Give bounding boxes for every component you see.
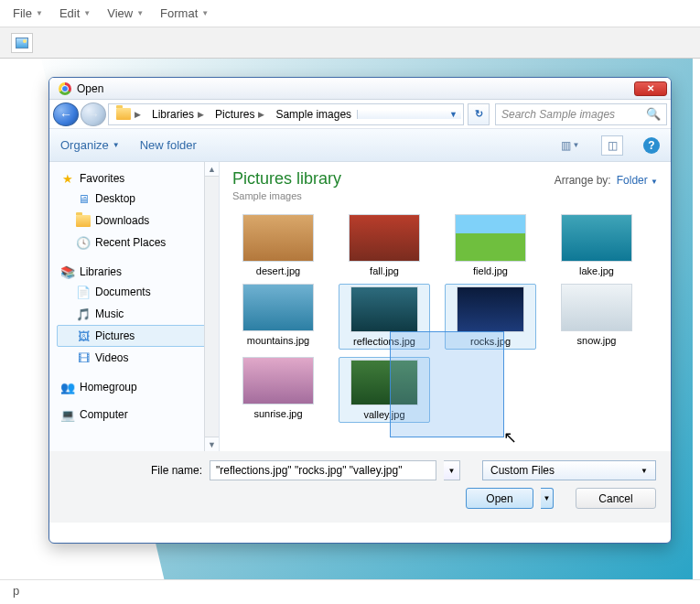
image-icon xyxy=(16,38,28,49)
scrollbar-down-icon[interactable]: ▼ xyxy=(205,437,219,451)
dialog-close-button[interactable]: ✕ xyxy=(634,81,667,96)
thumbnail-image xyxy=(561,214,632,262)
help-button[interactable]: ? xyxy=(643,137,660,154)
thumbnail-image xyxy=(349,214,420,262)
organize-button[interactable]: Organize▼ xyxy=(60,138,120,152)
library-subtitle: Sample images xyxy=(232,190,658,201)
filename-label: File name: xyxy=(151,464,202,477)
filename-input[interactable]: "reflections.jpg" "rocks.jpg" "valley.jp… xyxy=(210,460,436,480)
star-icon: ★ xyxy=(60,171,75,186)
thumbnail-label: snow.jpg xyxy=(551,335,642,346)
thumbnail-label: mountains.jpg xyxy=(232,335,324,346)
scrollbar-up-icon[interactable]: ▲ xyxy=(205,162,219,177)
thumbnail-label: sunrise.jpg xyxy=(232,408,324,419)
thumbnail-image xyxy=(350,286,418,332)
dialog-titlebar[interactable]: Open ✕ xyxy=(49,78,671,100)
file-thumbnail[interactable]: fall.jpg xyxy=(339,214,430,276)
library-title: Pictures library xyxy=(232,169,341,189)
search-placeholder: Search Sample images xyxy=(501,108,615,121)
sidebar-item-music[interactable]: 🎵Music xyxy=(57,303,219,325)
view-mode-button[interactable]: ▥ ▼ xyxy=(559,135,581,156)
menu-file[interactable]: File ▼ xyxy=(13,6,43,20)
file-thumbnail[interactable]: desert.jpg xyxy=(232,214,324,276)
breadcrumb-seg-libraries[interactable]: Libraries xyxy=(152,108,194,121)
sidebar-item-recent[interactable]: 🕓Recent Places xyxy=(57,232,219,253)
forward-button[interactable]: → xyxy=(81,102,106,126)
thumbnail-image xyxy=(242,284,314,331)
thumbnail-label: field.jpg xyxy=(445,265,536,276)
sidebar-favorites-header[interactable]: ★Favorites xyxy=(57,169,219,188)
file-thumbnail[interactable]: mountains.jpg xyxy=(232,284,324,350)
thumbnail-label: lake.jpg xyxy=(551,265,642,276)
sidebar-item-videos[interactable]: 🎞Videos xyxy=(57,347,219,369)
menu-format[interactable]: Format ▼ xyxy=(160,6,209,20)
main-menubar: File ▼ Edit ▼ View ▼ Format ▼ xyxy=(0,0,700,27)
dialog-navbar: ← → ▶ Libraries▶ Pictures▶ Sample images… xyxy=(49,100,671,129)
chrome-icon xyxy=(59,82,71,95)
arrange-label: Arrange by: xyxy=(555,174,611,187)
file-thumbnail[interactable]: snow.jpg xyxy=(551,284,642,350)
pictures-icon: 🖼 xyxy=(76,329,91,343)
file-thumbnail[interactable]: valley.jpg xyxy=(339,357,430,423)
thumbnail-image xyxy=(457,286,524,332)
file-filter-dropdown[interactable]: Custom Files▼ xyxy=(482,460,656,480)
sidebar-scrollbar[interactable]: ▲ ▼ xyxy=(204,162,219,451)
file-thumbnail[interactable]: lake.jpg xyxy=(551,214,642,276)
cancel-button[interactable]: Cancel xyxy=(576,488,656,509)
search-icon[interactable]: 🔍 xyxy=(646,107,661,121)
sidebar-item-downloads[interactable]: Downloads xyxy=(57,210,219,232)
breadcrumb[interactable]: ▶ Libraries▶ Pictures▶ Sample images ▼ xyxy=(108,103,464,125)
insert-image-button[interactable] xyxy=(11,33,33,53)
sidebar-item-pictures[interactable]: 🖼Pictures xyxy=(57,325,219,347)
homegroup-icon: 👥 xyxy=(60,380,75,394)
dialog-search-input[interactable]: Search Sample images 🔍 xyxy=(495,103,667,125)
thumbnail-label: rocks.jpg xyxy=(447,336,533,347)
sidebar-computer[interactable]: 💻Computer xyxy=(57,405,219,424)
refresh-button[interactable]: ↻ xyxy=(468,103,490,125)
dialog-sidebar: ★Favorites 🖥Desktop Downloads 🕓Recent Pl… xyxy=(49,162,220,451)
dialog-file-list[interactable]: Pictures library Arrange by: Folder ▼ Sa… xyxy=(220,162,671,451)
music-icon: 🎵 xyxy=(76,307,91,321)
computer-icon: 💻 xyxy=(60,407,75,422)
file-thumbnail[interactable]: sunrise.jpg xyxy=(232,357,324,423)
sidebar-libraries-header[interactable]: 📚Libraries xyxy=(57,263,219,281)
preview-pane-button[interactable]: ◫ xyxy=(601,135,623,156)
new-folder-button[interactable]: New folder xyxy=(140,138,197,152)
file-thumbnail[interactable]: field.jpg xyxy=(445,214,536,276)
menu-view[interactable]: View ▼ xyxy=(107,6,144,20)
dialog-toolbar: Organize▼ New folder ▥ ▼ ◫ ? xyxy=(49,129,671,162)
folder-icon xyxy=(116,108,131,120)
thumbnail-image xyxy=(455,214,526,262)
libraries-icon: 📚 xyxy=(60,264,75,279)
dialog-body: ★Favorites 🖥Desktop Downloads 🕓Recent Pl… xyxy=(49,162,671,451)
sidebar-homegroup[interactable]: 👥Homegroup xyxy=(57,378,219,396)
dialog-title: Open xyxy=(77,82,634,95)
file-thumbnail[interactable]: rocks.jpg xyxy=(445,284,536,350)
thumbnail-image xyxy=(561,284,632,331)
back-button[interactable]: ← xyxy=(53,102,79,126)
documents-icon: 📄 xyxy=(76,285,91,299)
thumbnail-image xyxy=(242,357,314,404)
app-toolbar xyxy=(0,27,700,59)
cursor-icon: ↖ xyxy=(503,427,517,448)
menu-edit[interactable]: Edit ▼ xyxy=(59,6,91,20)
recent-icon: 🕓 xyxy=(76,235,91,250)
thumbnail-label: reflections.jpg xyxy=(341,336,427,347)
desktop-icon: 🖥 xyxy=(76,191,91,206)
breadcrumb-seg-sample[interactable]: Sample images xyxy=(275,108,351,121)
downloads-icon xyxy=(76,213,91,228)
file-thumbnail[interactable]: reflections.jpg xyxy=(339,284,430,350)
dialog-footer: File name: "reflections.jpg" "rocks.jpg"… xyxy=(49,451,671,523)
open-split-button[interactable]: ▼ xyxy=(541,488,554,509)
thumbnail-image xyxy=(350,360,418,405)
breadcrumb-seg-pictures[interactable]: Pictures xyxy=(215,108,254,121)
open-button[interactable]: Open xyxy=(466,488,533,509)
arrange-dropdown[interactable]: Folder ▼ xyxy=(617,174,658,187)
status-bar: p xyxy=(0,580,700,600)
sidebar-item-desktop[interactable]: 🖥Desktop xyxy=(57,188,219,210)
status-path: p xyxy=(13,584,19,598)
filename-history-dropdown[interactable]: ▼ xyxy=(444,460,460,480)
thumbnail-image xyxy=(242,214,314,262)
sidebar-item-documents[interactable]: 📄Documents xyxy=(57,281,219,303)
thumbnail-label: desert.jpg xyxy=(232,265,324,276)
